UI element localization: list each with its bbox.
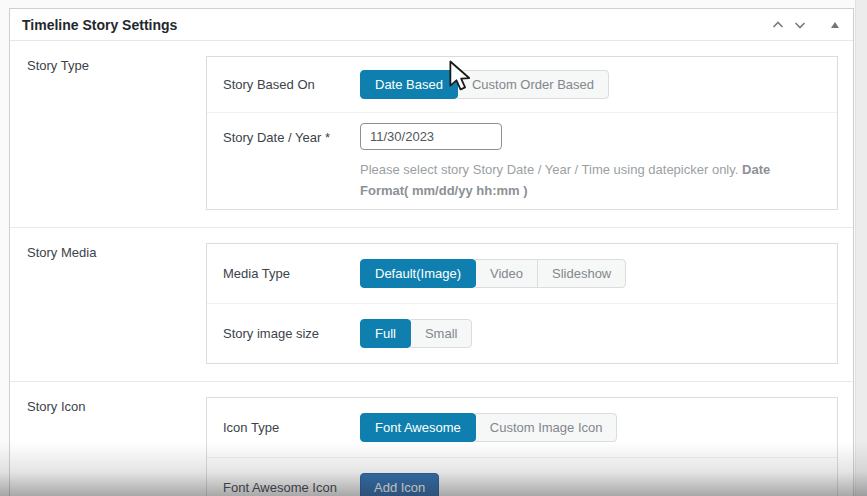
story-media-section-label: Story Media bbox=[27, 243, 206, 364]
story-media-panel: Media Type Default(Image) Video Slidesho… bbox=[206, 243, 838, 364]
media-type-toggle: Default(Image) Video Slideshow bbox=[360, 259, 626, 288]
help-text-normal: Please select story Story Date / Year / … bbox=[360, 162, 742, 177]
image-size-small-button[interactable]: Small bbox=[410, 319, 473, 348]
custom-order-based-button[interactable]: Custom Order Based bbox=[457, 70, 609, 99]
row-media-type: Media Type Default(Image) Video Slidesho… bbox=[207, 244, 837, 303]
icon-type-label: Icon Type bbox=[223, 420, 360, 435]
font-awesome-button[interactable]: Font Awesome bbox=[360, 413, 476, 442]
move-up-button[interactable] bbox=[767, 14, 789, 36]
story-based-on-label: Story Based On bbox=[223, 77, 360, 92]
story-based-on-toggle: Date Based Custom Order Based bbox=[360, 70, 609, 99]
media-video-button[interactable]: Video bbox=[475, 259, 538, 288]
image-size-toggle: Full Small bbox=[360, 319, 472, 348]
media-type-label: Media Type bbox=[223, 266, 360, 281]
collapse-toggle-button[interactable] bbox=[827, 16, 843, 34]
metabox-header: Timeline Story Settings bbox=[10, 9, 853, 41]
story-date-help-text: Please select story Story Date / Year / … bbox=[360, 159, 794, 201]
story-date-label: Story Date / Year * bbox=[223, 123, 360, 145]
row-icon-type: Icon Type Font Awesome Custom Image Icon bbox=[207, 398, 837, 457]
story-date-field-wrap: Please select story Story Date / Year / … bbox=[360, 123, 794, 203]
story-icon-panel: Icon Type Font Awesome Custom Image Icon… bbox=[206, 397, 838, 496]
row-font-awesome-icon: Font Awesome Icon Add Icon bbox=[207, 457, 837, 496]
custom-image-icon-button[interactable]: Custom Image Icon bbox=[475, 413, 618, 442]
story-type-section-label: Story Type bbox=[27, 56, 206, 210]
add-icon-button[interactable]: Add Icon bbox=[360, 473, 439, 496]
scrollbar-track[interactable] bbox=[855, 0, 867, 496]
move-down-button[interactable] bbox=[789, 14, 811, 36]
row-story-based-on: Story Based On Date Based Custom Order B… bbox=[207, 57, 837, 112]
row-story-date: Story Date / Year * Please select story … bbox=[207, 112, 837, 209]
media-slideshow-button[interactable]: Slideshow bbox=[537, 259, 626, 288]
date-based-button[interactable]: Date Based bbox=[360, 70, 458, 99]
section-story-media: Story Media Media Type Default(Image) Vi… bbox=[10, 228, 853, 381]
wp-admin-page: Timeline Story Settings Story Type Story… bbox=[0, 0, 867, 496]
metabox-header-controls bbox=[767, 14, 846, 36]
icon-type-toggle: Font Awesome Custom Image Icon bbox=[360, 413, 617, 442]
story-type-panel: Story Based On Date Based Custom Order B… bbox=[206, 56, 838, 210]
row-story-image-size: Story image size Full Small bbox=[207, 303, 837, 363]
chevron-down-icon bbox=[792, 17, 808, 33]
story-image-size-label: Story image size bbox=[223, 326, 360, 341]
metabox-title: Timeline Story Settings bbox=[22, 17, 177, 33]
media-default-image-button[interactable]: Default(Image) bbox=[360, 259, 476, 288]
section-story-icon: Story Icon Icon Type Font Awesome Custom… bbox=[10, 382, 853, 496]
triangle-up-icon bbox=[831, 22, 839, 28]
story-date-input[interactable] bbox=[360, 123, 502, 150]
font-awesome-icon-label: Font Awesome Icon bbox=[223, 480, 360, 495]
story-icon-section-label: Story Icon bbox=[27, 397, 206, 496]
timeline-story-settings-metabox: Timeline Story Settings Story Type Story… bbox=[9, 8, 854, 496]
chevron-up-icon bbox=[770, 17, 786, 33]
section-story-type: Story Type Story Based On Date Based Cus… bbox=[10, 41, 853, 227]
image-size-full-button[interactable]: Full bbox=[360, 319, 411, 348]
